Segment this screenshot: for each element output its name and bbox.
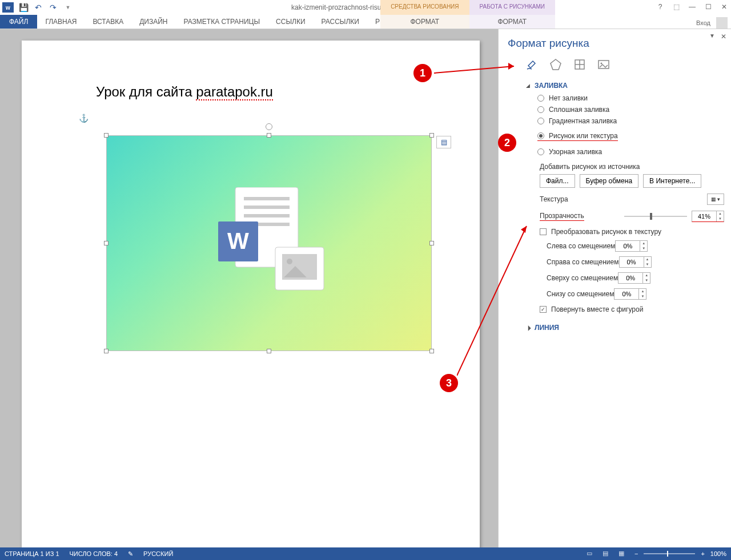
minimize-icon[interactable]: — [688, 3, 697, 12]
qat-customize-icon[interactable]: ▼ [63, 2, 73, 13]
zoom-in-icon[interactable]: + [701, 550, 704, 557]
save-icon[interactable]: 💾 [18, 2, 29, 13]
close-icon[interactable]: ✕ [720, 3, 729, 12]
rotate-with-shape-row[interactable]: ✓ Повернуть вместе с фигурой [540, 305, 724, 313]
tile-checkbox-row[interactable]: Преобразовать рисунок в текстуру [540, 228, 724, 236]
radio-picture-fill[interactable]: Рисунок или текстура [537, 132, 618, 141]
undo-icon[interactable]: ↶ [33, 2, 43, 13]
line-section-title: ЛИНИЯ [535, 324, 559, 332]
rotate-handle[interactable] [266, 123, 272, 130]
context-tabs: СРЕДСТВА РИСОВАНИЯ ФОРМАТ РАБОТА С РИСУН… [380, 0, 555, 29]
word-count[interactable]: ЧИСЛО СЛОВ: 4 [70, 550, 118, 557]
language-indicator[interactable]: РУССКИЙ [143, 550, 173, 557]
line-section-header[interactable]: ◢ ЛИНИЯ [526, 324, 724, 332]
transparency-slider[interactable] [624, 216, 687, 217]
heading-prefix: Урок для сайта [96, 84, 196, 99]
svg-marker-11 [551, 59, 561, 70]
offset-top-spinner[interactable]: ▲▼ [618, 272, 650, 284]
context-drawing-format-tab[interactable]: ФОРМАТ [380, 15, 469, 29]
resize-handle-tr[interactable] [429, 133, 434, 138]
texture-label: Текстура [540, 195, 568, 203]
zoom-out-icon[interactable]: − [634, 550, 638, 557]
tile-checkbox[interactable] [540, 228, 547, 235]
layout-options-button[interactable]: ▤ [436, 136, 451, 148]
rotate-with-shape-checkbox[interactable]: ✓ [540, 306, 547, 313]
transparency-input[interactable] [692, 213, 716, 220]
ribbon-tabs: ФАЙЛ ГЛАВНАЯ ВСТАВКА ДИЗАЙН РАЗМЕТКА СТР… [0, 15, 731, 29]
transparency-label: Прозрачность [540, 212, 584, 221]
maximize-icon[interactable]: ☐ [704, 3, 713, 12]
document-heading: Урок для сайта paratapok.ru [96, 84, 411, 100]
layout-properties-icon[interactable] [573, 58, 587, 71]
proofing-icon[interactable]: ✎ [128, 550, 133, 558]
file-button[interactable]: Файл... [540, 174, 575, 188]
tab-layout[interactable]: РАЗМЕТКА СТРАНИЦЫ [176, 15, 268, 29]
ribbon-options-icon[interactable]: ⬚ [672, 3, 681, 12]
tab-design[interactable]: ДИЗАЙН [131, 15, 175, 29]
radio-solid-fill[interactable]: Сплошная заливка [537, 106, 724, 114]
web-layout-icon[interactable]: ▦ [618, 550, 629, 558]
radio-gradient-fill[interactable]: Градиентная заливка [537, 117, 724, 125]
resize-handle-bl[interactable] [104, 349, 109, 353]
heading-site: paratapok.ru [196, 84, 273, 100]
help-icon[interactable]: ? [656, 3, 665, 12]
clipboard-button[interactable]: Буфер обмена [580, 174, 639, 188]
resize-handle-br[interactable] [429, 349, 434, 353]
page-indicator[interactable]: СТРАНИЦА 1 ИЗ 1 [5, 550, 59, 557]
login-link[interactable]: Вход [696, 19, 710, 26]
tab-insert[interactable]: ВСТАВКА [85, 15, 131, 29]
effects-icon[interactable] [549, 58, 563, 71]
spinner-up-icon[interactable]: ▲ [717, 211, 724, 216]
tile-checkbox-label: Преобразовать рисунок в текстуру [551, 228, 661, 236]
spinner-down-icon[interactable]: ▼ [717, 216, 724, 221]
document-area: Урок для сайта paratapok.ru ⚓ ▤ [0, 29, 498, 547]
selected-image[interactable]: ▤ W [106, 135, 432, 351]
texture-picker-button[interactable]: ▦ ▾ [707, 194, 724, 205]
panel-close-icon[interactable]: ✕ [721, 33, 726, 41]
offset-bottom-spinner[interactable]: ▲▼ [614, 288, 646, 300]
slider-thumb[interactable] [650, 213, 652, 220]
online-button[interactable]: В Интернете... [643, 174, 701, 188]
rotate-with-shape-label: Повернуть вместе с фигурой [551, 305, 643, 313]
format-picture-panel: ▼ ✕ Формат рисунка ◢ ЗАЛИВКА Нет заливки… [498, 29, 731, 547]
zoom-thumb[interactable] [667, 551, 668, 557]
print-layout-icon[interactable]: ▤ [603, 550, 613, 558]
resize-handle-ml[interactable] [104, 241, 109, 245]
resize-handle-bm[interactable] [267, 349, 271, 353]
offset-left-label: Слева со смещением [547, 242, 615, 250]
window-controls: ? ⬚ — ☐ ✕ [656, 3, 729, 12]
picture-icon[interactable] [597, 58, 610, 71]
svg-text:W: W [227, 228, 249, 253]
transparency-spinner[interactable]: ▲▼ [692, 211, 724, 222]
offset-right-spinner[interactable]: ▲▼ [619, 256, 652, 268]
zoom-slider[interactable] [644, 553, 695, 554]
anchor-icon[interactable]: ⚓ [79, 114, 89, 123]
panel-options-icon[interactable]: ▼ [709, 33, 715, 39]
svg-point-9 [287, 259, 292, 264]
main-area: Урок для сайта paratapok.ru ⚓ ▤ [0, 29, 731, 547]
avatar-icon[interactable] [716, 17, 728, 29]
tab-file[interactable]: ФАЙЛ [0, 15, 37, 29]
resize-handle-tl[interactable] [104, 133, 109, 138]
add-picture-label: Добавить рисунок из источника [540, 163, 724, 171]
context-pictures-format-tab[interactable]: ФОРМАТ [469, 15, 555, 29]
fill-radio-group: Нет заливки Сплошная заливка Градиентная… [537, 94, 724, 156]
read-mode-icon[interactable]: ▭ [587, 550, 597, 558]
resize-handle-tm[interactable] [267, 133, 271, 138]
fill-section-header[interactable]: ◢ ЗАЛИВКА [526, 82, 724, 90]
radio-pattern-fill[interactable]: Узорная заливка [537, 148, 724, 156]
tab-references[interactable]: ССЫЛКИ [268, 15, 313, 29]
annotation-1: 1 [413, 64, 432, 82]
tab-home[interactable]: ГЛАВНАЯ [37, 15, 85, 29]
word-app-icon: w [2, 2, 14, 13]
status-right: ▭ ▤ ▦ − + 100% [587, 550, 726, 558]
resize-handle-mr[interactable] [429, 241, 434, 245]
zoom-level[interactable]: 100% [710, 550, 726, 557]
fill-line-icon[interactable] [525, 58, 539, 71]
tab-mailings[interactable]: РАССЫЛКИ [314, 15, 367, 29]
radio-no-fill[interactable]: Нет заливки [537, 94, 724, 102]
redo-icon[interactable]: ↷ [48, 2, 58, 13]
offset-left-spinner[interactable]: ▲▼ [615, 240, 648, 252]
context-pictures-header: РАБОТА С РИСУНКАМИ [469, 0, 555, 15]
transparency-row: Прозрачность ▲▼ [540, 211, 724, 222]
